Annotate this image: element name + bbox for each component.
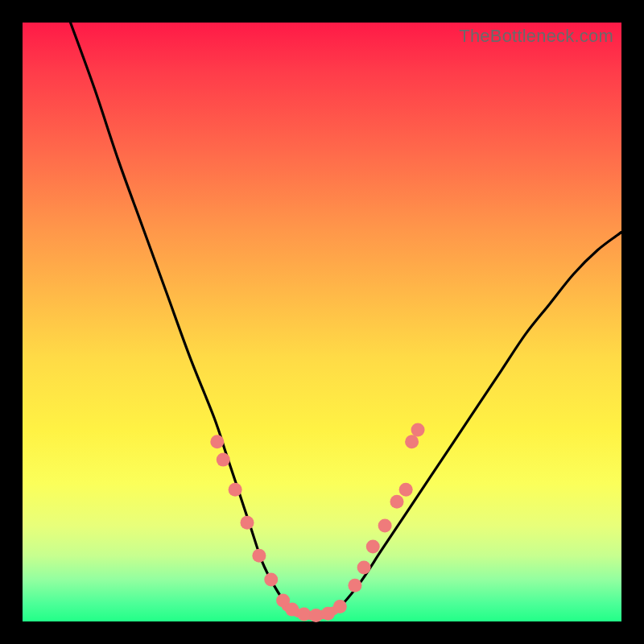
data-marker: [252, 549, 266, 563]
data-marker: [405, 435, 419, 448]
data-marker: [217, 453, 230, 467]
data-marker: [210, 435, 224, 448]
data-marker: [411, 423, 425, 436]
data-marker: [378, 518, 392, 532]
data-marker: [333, 600, 347, 613]
data-marker: [366, 540, 380, 554]
marker-group: [210, 423, 424, 622]
data-marker: [321, 607, 335, 621]
data-marker: [390, 495, 404, 509]
data-marker: [229, 483, 242, 497]
data-marker: [264, 572, 278, 586]
data-marker: [241, 516, 254, 530]
data-marker: [297, 608, 311, 621]
bottleneck-curve: [71, 23, 621, 616]
chart-svg: [23, 23, 621, 621]
chart-frame: TheBottleneck.com: [0, 0, 644, 644]
data-marker: [399, 483, 413, 497]
data-marker: [357, 561, 371, 575]
data-marker: [285, 603, 299, 617]
data-marker: [348, 579, 361, 592]
plot-area: TheBottleneck.com: [23, 23, 621, 621]
data-marker: [309, 609, 323, 622]
